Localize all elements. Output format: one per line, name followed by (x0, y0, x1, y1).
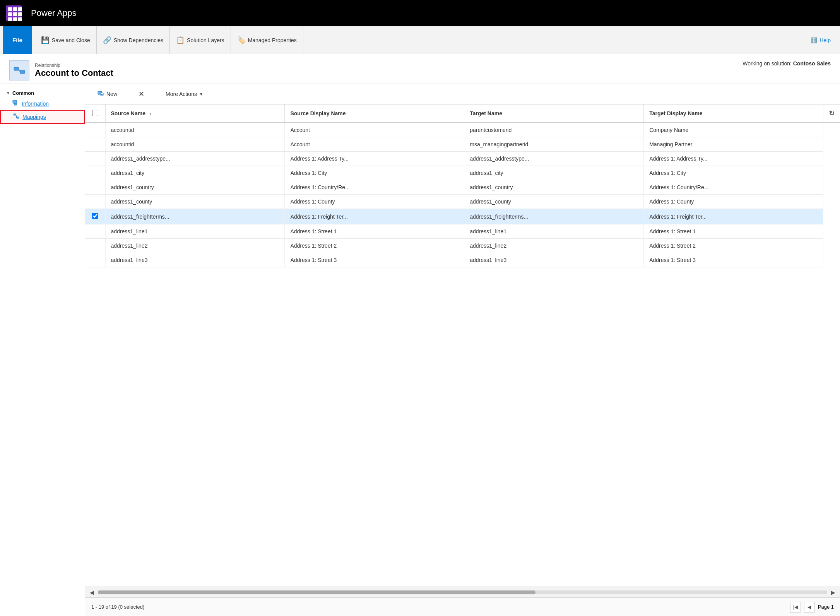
working-on-prefix: Working on solution: (742, 60, 792, 67)
table-cell: Address 1: Street 3 (285, 253, 464, 267)
table-cell: address1_country (464, 180, 644, 195)
table-cell: accountid (105, 137, 285, 152)
table-row[interactable]: address1_line2Address 1: Street 2address… (85, 239, 840, 253)
scroll-right-button[interactable]: ▶ (830, 589, 837, 595)
table-row[interactable]: address1_freightterms...Address 1: Freig… (85, 209, 840, 224)
table-row[interactable]: accountidAccountparentcustomeridCompany … (85, 123, 840, 137)
table-cell: Address 1: County (285, 195, 464, 209)
waffle-icon[interactable] (6, 5, 22, 21)
table-cell: address1_city (105, 166, 285, 180)
table-cell: address1_county (464, 195, 644, 209)
help-button[interactable]: ℹ️ Help (804, 37, 837, 43)
prev-page-button[interactable]: ◀ (804, 602, 815, 613)
first-page-button[interactable]: |◀ (790, 602, 801, 613)
relationship-icon (9, 60, 29, 80)
collapse-icon: ▼ (6, 91, 10, 95)
row-checkbox-cell (85, 195, 105, 209)
table-row[interactable]: address1_line1Address 1: Street 1address… (85, 224, 840, 239)
row-checkbox[interactable] (92, 213, 98, 219)
table-cell: Address 1: Street 2 (644, 239, 823, 253)
table-row[interactable]: accountidAccountmsa_managingpartneridMan… (85, 137, 840, 152)
page-subtitle: Relationship (35, 63, 113, 68)
information-icon (12, 100, 19, 108)
more-actions-label: More Actions (166, 91, 197, 97)
help-label: Help (819, 37, 831, 43)
svg-rect-0 (14, 67, 19, 70)
table-cell: Address 1: Address Ty... (644, 152, 823, 166)
sidebar-item-mappings[interactable]: Mappings (0, 110, 85, 124)
table-cell: Address 1: Country/Re... (285, 180, 464, 195)
table-row[interactable]: address1_cityAddress 1: Cityaddress1_cit… (85, 166, 840, 180)
table-cell: address1_line1 (105, 224, 285, 239)
solution-layers-button[interactable]: 📋 Solution Layers (170, 26, 231, 54)
managed-properties-button[interactable]: 🏷️ Managed Properties (231, 26, 303, 54)
file-button[interactable]: File (3, 26, 32, 54)
dropdown-arrow-icon: ▼ (199, 92, 203, 96)
delete-icon: ✕ (139, 90, 144, 98)
source-display-name-label: Source Display Name (290, 110, 346, 116)
table-cell: Address 1: Freight Ter... (644, 209, 823, 224)
table-row[interactable]: address1_countyAddress 1: Countyaddress1… (85, 195, 840, 209)
body-area: ▼ Common Information (0, 84, 840, 616)
solution-layers-label: Solution Layers (187, 37, 224, 43)
refresh-column[interactable]: ↻ (823, 104, 840, 123)
row-checkbox-cell (85, 239, 105, 253)
working-on: Working on solution: Contoso Sales (742, 60, 831, 67)
new-icon (97, 90, 104, 98)
footer-status: 1 - 19 of 19 (0 selected) (91, 604, 144, 610)
toolbar-separator-2 (155, 89, 155, 99)
information-label: Information (22, 101, 49, 107)
table-row[interactable]: address1_line3Address 1: Street 3address… (85, 253, 840, 267)
page-header-left: Relationship Account to Contact (9, 60, 113, 80)
scroll-thumb[interactable] (98, 590, 535, 594)
more-actions-button[interactable]: More Actions ▼ (160, 88, 209, 100)
target-display-name-label: Target Display Name (649, 110, 702, 116)
source-display-name-column[interactable]: Source Display Name (285, 104, 464, 123)
target-display-name-column[interactable]: Target Display Name (644, 104, 823, 123)
horizontal-scrollbar[interactable]: ◀ ▶ (85, 587, 840, 597)
table-cell: Address 1: Street 3 (644, 253, 823, 267)
refresh-icon[interactable]: ↻ (829, 110, 835, 117)
table-cell: parentcustomerid (464, 123, 644, 137)
sidebar-item-information[interactable]: Information (0, 98, 85, 110)
save-icon-button[interactable]: 💾 Save and Close (35, 26, 97, 54)
sidebar-section-header: ▼ Common (0, 89, 85, 98)
row-checkbox-cell (85, 180, 105, 195)
page-title-area: Relationship Account to Contact (35, 63, 113, 78)
delete-button[interactable]: ✕ (133, 87, 150, 101)
select-all-checkbox[interactable] (92, 110, 98, 116)
source-name-column[interactable]: Source Name ↑ (105, 104, 285, 123)
table-cell: Managing Partner (644, 137, 823, 152)
save-icon: 💾 (41, 36, 50, 44)
show-dependencies-button[interactable]: 🔗 Show Dependencies (97, 26, 170, 54)
svg-line-2 (19, 69, 20, 72)
new-label: New (106, 91, 117, 97)
layers-icon: 📋 (176, 36, 185, 44)
scroll-track[interactable] (98, 590, 827, 594)
table-area: New ✕ More Actions ▼ (85, 84, 840, 616)
target-name-column[interactable]: Target Name (464, 104, 644, 123)
svg-rect-6 (17, 117, 19, 118)
table-cell: address1_city (464, 166, 644, 180)
app-title: Power Apps (31, 8, 76, 18)
page-label: Page 1 (818, 604, 834, 610)
new-button[interactable]: New (91, 87, 123, 101)
table-cell: Address 1: Freight Ter... (285, 209, 464, 224)
row-checkbox-cell (85, 253, 105, 267)
select-all-column (85, 104, 105, 123)
table-row[interactable]: address1_countryAddress 1: Country/Re...… (85, 180, 840, 195)
table-cell: Company Name (644, 123, 823, 137)
scroll-left-button[interactable]: ◀ (88, 589, 96, 595)
row-checkbox-cell (85, 123, 105, 137)
ribbon: File 💾 Save and Close 🔗 Show Dependencie… (0, 26, 840, 54)
table-row[interactable]: address1_addresstype...Address 1: Addres… (85, 152, 840, 166)
source-name-label: Source Name (111, 110, 145, 116)
show-dependencies-label: Show Dependencies (114, 37, 163, 43)
table-cell: accountid (105, 123, 285, 137)
table-cell: Account (285, 137, 464, 152)
table-cell: address1_line3 (105, 253, 285, 267)
sidebar: ▼ Common Information (0, 84, 85, 616)
save-close-label: Save and Close (52, 37, 90, 43)
page-title: Account to Contact (35, 68, 113, 78)
main-content: Relationship Account to Contact Working … (0, 54, 840, 616)
